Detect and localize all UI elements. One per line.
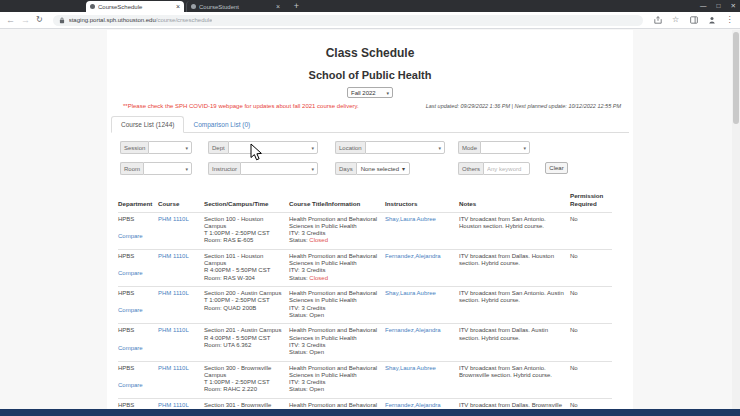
room-filter[interactable]: Room ▾ xyxy=(120,162,192,175)
mode-select[interactable]: ▾ xyxy=(480,141,530,154)
instructor-link[interactable]: Shay,Laura Aubree xyxy=(385,216,436,222)
room-select[interactable]: ▾ xyxy=(143,162,192,175)
instructor-select[interactable]: ▾ xyxy=(240,162,318,175)
column-header: Permission Required xyxy=(570,189,612,212)
days-filter[interactable]: Days None selected ▾ xyxy=(335,162,426,175)
course-status: Status: Closed xyxy=(289,275,381,282)
menu-dots-icon[interactable]: ⋮ xyxy=(725,16,734,25)
table-row: HPBS Compare PHM 1110L Section 300 - Bro… xyxy=(118,361,612,398)
last-updated-text: Last updated: 09/29/2022 1:36 PM | Next … xyxy=(426,103,621,109)
tab-comparison-list[interactable]: Comparison List (0) xyxy=(184,117,259,132)
tab-course-list[interactable]: Course List (1244) xyxy=(111,116,184,133)
others-label: Others xyxy=(458,162,483,175)
table-row: HPBS Compare PHM 1110L Section 100 - Hou… xyxy=(118,212,612,249)
address-bar[interactable]: staging.portal.sph.uthouston.edu/course/… xyxy=(53,15,643,26)
mode-filter[interactable]: Mode ▾ xyxy=(458,141,530,154)
browser-tab-course-schedule[interactable]: CourseSchedule × xyxy=(86,1,184,12)
bookmark-star-icon[interactable]: ☆ xyxy=(671,16,680,25)
status-value: Open xyxy=(309,386,324,392)
instructor-label: Instructor xyxy=(208,162,240,175)
course-status: Status: Open xyxy=(289,312,381,319)
instructor-link[interactable]: Fernandez,Alejandra xyxy=(385,327,441,333)
term-select[interactable]: Fall 2022 ▾ xyxy=(347,87,393,98)
section-time: T 1:00PM - 2:50PM CST xyxy=(204,230,285,237)
compare-link[interactable]: Compare xyxy=(118,345,143,352)
profile-icon[interactable] xyxy=(707,16,716,25)
chevron-down-icon: ▾ xyxy=(438,145,441,151)
filter-panel: Session ▾ Dept ▾ Location ▾ Mode ▾ Room … xyxy=(107,141,633,179)
compare-link[interactable]: Compare xyxy=(118,382,143,389)
back-icon[interactable]: ← xyxy=(6,16,15,25)
course-status: Status: Open xyxy=(289,386,381,393)
course-link[interactable]: PHM 1110L xyxy=(158,402,189,408)
minimize-button[interactable]: — xyxy=(700,3,707,10)
browser-tab-strip: CourseSchedule × CourseStudent × + — □ ✕ xyxy=(0,0,740,12)
permission-required: No xyxy=(570,365,578,371)
tab-favicon-icon xyxy=(90,4,95,9)
others-filter[interactable]: Others xyxy=(458,162,530,175)
instructor-link[interactable]: Fernandez,Alejandra xyxy=(385,402,441,408)
chevron-down-icon: ▾ xyxy=(311,145,314,151)
table-row: HPBS Compare PHM 1110L Section 201 - Aus… xyxy=(118,324,612,361)
reload-icon[interactable]: ↻ xyxy=(36,16,43,24)
instructor-link[interactable]: Shay,Laura Aubree xyxy=(385,365,436,371)
column-header: Section/Campus/Time xyxy=(204,189,289,212)
compare-link[interactable]: Compare xyxy=(118,270,143,277)
session-select[interactable]: ▾ xyxy=(148,141,192,154)
new-tab-button[interactable]: + xyxy=(291,1,302,12)
course-link[interactable]: PHM 1110L xyxy=(158,365,189,371)
room-label: Room xyxy=(120,162,143,175)
section-time: R 4:00PM - 5:50PM CST xyxy=(204,267,285,274)
tab-close-icon[interactable]: × xyxy=(276,3,280,10)
days-multiselect-button[interactable]: None selected ▾ xyxy=(356,162,410,175)
dept-filter[interactable]: Dept ▾ xyxy=(208,141,318,154)
instructor-link[interactable]: Shay,Laura Aubree xyxy=(385,290,436,296)
tab-close-icon[interactable]: × xyxy=(176,3,180,10)
course-link[interactable]: PHM 1110L xyxy=(158,327,189,333)
course-credits: ITV: 3 Credits xyxy=(289,267,381,274)
clear-button[interactable]: Clear xyxy=(545,162,568,174)
maximize-button[interactable]: □ xyxy=(717,3,721,10)
permission-required: No xyxy=(570,253,578,259)
course-status: Status: Closed xyxy=(289,237,381,244)
close-button[interactable]: ✕ xyxy=(731,3,736,10)
forward-icon[interactable]: → xyxy=(21,16,30,25)
course-title: Health Promotion and Behavioral Sciences… xyxy=(289,290,381,305)
vertical-scrollbar[interactable] xyxy=(732,30,740,409)
section-room: Room: RAHC 2.220 xyxy=(204,386,285,393)
department-code: HPBS xyxy=(118,327,154,334)
scrollbar-thumb[interactable] xyxy=(733,32,739,124)
column-header: Department xyxy=(118,189,158,212)
section-notes: ITV broadcast from Dallas. Brownsville s… xyxy=(459,402,562,409)
share-icon[interactable] xyxy=(653,16,662,25)
table-header-row: DepartmentCourseSection/Campus/TimeCours… xyxy=(118,189,612,212)
browser-window: CourseSchedule × CourseStudent × + — □ ✕… xyxy=(0,0,740,416)
location-select[interactable]: ▾ xyxy=(365,141,445,154)
permission-required: No xyxy=(570,216,578,222)
section-campus: Section 200 - Austin Campus xyxy=(204,290,285,297)
compare-link[interactable]: Compare xyxy=(118,307,143,314)
section-room: Room: RAS E-605 xyxy=(204,237,285,244)
course-link[interactable]: PHM 1110L xyxy=(158,216,189,222)
page-content: Class Schedule School of Public Health F… xyxy=(107,30,633,409)
compare-link[interactable]: Compare xyxy=(118,233,143,240)
table-row: HPBS Compare PHM 1110L Section 200 - Aus… xyxy=(118,287,612,324)
page-title: Class Schedule xyxy=(107,46,633,60)
url-text: staging.portal.sph.uthouston.edu/course/… xyxy=(69,17,213,23)
side-panel-icon[interactable] xyxy=(689,16,698,25)
course-status: Status: Open xyxy=(289,349,381,356)
browser-tab-course-student[interactable]: CourseStudent × xyxy=(186,1,284,12)
department-code: HPBS xyxy=(118,365,154,372)
section-notes: ITV broadcast from Dallas. Austin sectio… xyxy=(459,327,548,340)
instructor-link[interactable]: Fernandez,Alejandra xyxy=(385,253,441,259)
course-link[interactable]: PHM 1110L xyxy=(158,290,189,296)
course-credits: ITV: 3 Credits xyxy=(289,305,381,312)
covid-notice: **Please check the SPH COVID-19 webpage … xyxy=(123,103,359,109)
department-code: HPBS xyxy=(118,253,154,260)
location-filter[interactable]: Location ▾ xyxy=(335,141,445,154)
keyword-input[interactable] xyxy=(483,162,530,175)
dept-select[interactable]: ▾ xyxy=(228,141,318,154)
instructor-filter[interactable]: Instructor ▾ xyxy=(208,162,318,175)
course-link[interactable]: PHM 1110L xyxy=(158,253,189,259)
session-filter[interactable]: Session ▾ xyxy=(120,141,192,154)
